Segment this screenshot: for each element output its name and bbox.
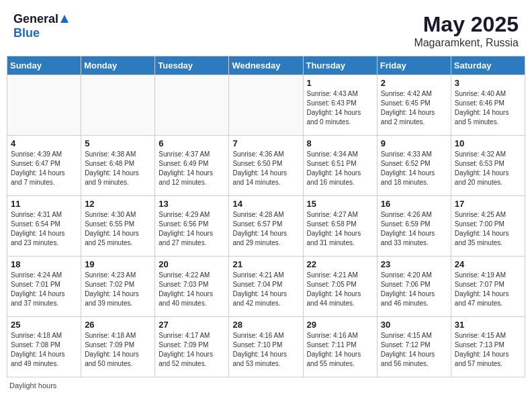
calendar-cell: 21Sunrise: 4:21 AM Sunset: 7:04 PM Dayli… <box>229 257 303 317</box>
day-number: 26 <box>85 320 151 330</box>
day-number: 4 <box>11 138 77 148</box>
day-number: 17 <box>455 199 521 209</box>
calendar-cell: 20Sunrise: 4:22 AM Sunset: 7:03 PM Dayli… <box>155 257 229 317</box>
day-info: Sunrise: 4:15 AM Sunset: 7:12 PM Dayligh… <box>381 331 447 369</box>
calendar-weekday-header: Saturday <box>451 56 525 75</box>
calendar-cell: 2Sunrise: 4:42 AM Sunset: 6:45 PM Daylig… <box>377 75 451 136</box>
calendar-weekday-header: Monday <box>81 56 155 75</box>
calendar-cell: 19Sunrise: 4:23 AM Sunset: 7:02 PM Dayli… <box>81 257 155 317</box>
calendar-weekday-header: Sunday <box>7 56 81 75</box>
day-info: Sunrise: 4:40 AM Sunset: 6:46 PM Dayligh… <box>455 89 521 127</box>
calendar-cell: 14Sunrise: 4:28 AM Sunset: 6:57 PM Dayli… <box>229 196 303 257</box>
calendar-week-row: 4Sunrise: 4:39 AM Sunset: 6:47 PM Daylig… <box>7 136 525 196</box>
calendar-cell: 25Sunrise: 4:18 AM Sunset: 7:08 PM Dayli… <box>7 317 81 377</box>
calendar-weekday-header: Tuesday <box>155 56 229 75</box>
day-number: 21 <box>232 259 299 269</box>
day-info: Sunrise: 4:30 AM Sunset: 6:55 PM Dayligh… <box>85 210 151 248</box>
calendar-cell: 18Sunrise: 4:24 AM Sunset: 7:01 PM Dayli… <box>7 257 81 317</box>
day-info: Sunrise: 4:17 AM Sunset: 7:09 PM Dayligh… <box>159 331 225 369</box>
day-number: 16 <box>381 199 447 209</box>
calendar-cell: 23Sunrise: 4:20 AM Sunset: 7:06 PM Dayli… <box>377 257 451 317</box>
calendar-weekday-header: Thursday <box>303 56 377 75</box>
calendar-cell <box>229 75 303 136</box>
svg-marker-0 <box>60 15 69 23</box>
day-info: Sunrise: 4:39 AM Sunset: 6:47 PM Dayligh… <box>11 150 77 187</box>
calendar-cell: 28Sunrise: 4:16 AM Sunset: 7:10 PM Dayli… <box>229 317 303 377</box>
day-info: Sunrise: 4:15 AM Sunset: 7:13 PM Dayligh… <box>455 331 521 369</box>
day-info: Sunrise: 4:31 AM Sunset: 6:54 PM Dayligh… <box>11 210 77 248</box>
day-number: 24 <box>455 259 521 269</box>
calendar-cell: 6Sunrise: 4:37 AM Sunset: 6:49 PM Daylig… <box>155 136 229 196</box>
calendar-cell: 29Sunrise: 4:16 AM Sunset: 7:11 PM Dayli… <box>303 317 377 377</box>
day-number: 30 <box>381 320 447 330</box>
calendar-cell: 5Sunrise: 4:38 AM Sunset: 6:48 PM Daylig… <box>81 136 155 196</box>
logo-blue-text: Blue <box>13 26 40 40</box>
calendar-cell: 26Sunrise: 4:18 AM Sunset: 7:09 PM Dayli… <box>81 317 155 377</box>
day-number: 27 <box>159 320 225 330</box>
title-area: May 2025 Magaramkent, Russia <box>414 12 519 49</box>
day-number: 10 <box>455 138 521 148</box>
day-info: Sunrise: 4:27 AM Sunset: 6:58 PM Dayligh… <box>307 210 373 248</box>
calendar-cell: 24Sunrise: 4:19 AM Sunset: 7:07 PM Dayli… <box>451 257 525 317</box>
logo: General Blue <box>13 12 69 40</box>
day-number: 13 <box>159 199 225 209</box>
day-number: 19 <box>85 259 151 269</box>
day-info: Sunrise: 4:21 AM Sunset: 7:05 PM Dayligh… <box>307 271 373 308</box>
logo-triangle-icon <box>60 14 69 24</box>
calendar-cell: 1Sunrise: 4:43 AM Sunset: 6:43 PM Daylig… <box>303 75 377 136</box>
day-number: 12 <box>85 199 151 209</box>
day-info: Sunrise: 4:23 AM Sunset: 7:02 PM Dayligh… <box>85 271 151 308</box>
day-info: Sunrise: 4:26 AM Sunset: 6:59 PM Dayligh… <box>381 210 447 248</box>
day-info: Sunrise: 4:33 AM Sunset: 6:52 PM Dayligh… <box>381 150 447 187</box>
day-info: Sunrise: 4:21 AM Sunset: 7:04 PM Dayligh… <box>232 271 299 308</box>
day-info: Sunrise: 4:34 AM Sunset: 6:51 PM Dayligh… <box>307 150 373 187</box>
day-number: 9 <box>381 138 447 148</box>
calendar-cell: 7Sunrise: 4:36 AM Sunset: 6:50 PM Daylig… <box>229 136 303 196</box>
day-number: 22 <box>307 259 373 269</box>
day-number: 23 <box>381 259 447 269</box>
calendar-cell <box>81 75 155 136</box>
calendar-cell: 9Sunrise: 4:33 AM Sunset: 6:52 PM Daylig… <box>377 136 451 196</box>
day-info: Sunrise: 4:18 AM Sunset: 7:09 PM Dayligh… <box>85 331 151 369</box>
day-info: Sunrise: 4:16 AM Sunset: 7:11 PM Dayligh… <box>307 331 373 369</box>
day-number: 18 <box>11 259 77 269</box>
calendar-cell: 4Sunrise: 4:39 AM Sunset: 6:47 PM Daylig… <box>7 136 81 196</box>
header-area: General Blue May 2025 Magaramkent, Russi… <box>7 7 525 53</box>
day-info: Sunrise: 4:43 AM Sunset: 6:43 PM Dayligh… <box>307 89 373 127</box>
day-info: Sunrise: 4:38 AM Sunset: 6:48 PM Dayligh… <box>85 150 151 187</box>
day-info: Sunrise: 4:24 AM Sunset: 7:01 PM Dayligh… <box>11 271 77 308</box>
calendar-cell: 15Sunrise: 4:27 AM Sunset: 6:58 PM Dayli… <box>303 196 377 257</box>
calendar-cell: 12Sunrise: 4:30 AM Sunset: 6:55 PM Dayli… <box>81 196 155 257</box>
calendar-cell: 3Sunrise: 4:40 AM Sunset: 6:46 PM Daylig… <box>451 75 525 136</box>
calendar-cell <box>155 75 229 136</box>
day-info: Sunrise: 4:19 AM Sunset: 7:07 PM Dayligh… <box>455 271 521 308</box>
calendar-header-row: SundayMondayTuesdayWednesdayThursdayFrid… <box>7 56 525 75</box>
day-info: Sunrise: 4:37 AM Sunset: 6:49 PM Dayligh… <box>159 150 225 187</box>
day-info: Sunrise: 4:22 AM Sunset: 7:03 PM Dayligh… <box>159 271 225 308</box>
calendar-week-row: 25Sunrise: 4:18 AM Sunset: 7:08 PM Dayli… <box>7 317 525 377</box>
logo-general-text: General <box>13 12 58 26</box>
title-month: May 2025 <box>414 12 519 37</box>
calendar-weekday-header: Wednesday <box>229 56 303 75</box>
day-number: 29 <box>307 320 373 330</box>
calendar-week-row: 11Sunrise: 4:31 AM Sunset: 6:54 PM Dayli… <box>7 196 525 257</box>
day-info: Sunrise: 4:16 AM Sunset: 7:10 PM Dayligh… <box>232 331 299 369</box>
day-info: Sunrise: 4:18 AM Sunset: 7:08 PM Dayligh… <box>11 331 77 369</box>
day-number: 2 <box>381 78 447 88</box>
calendar-cell: 8Sunrise: 4:34 AM Sunset: 6:51 PM Daylig… <box>303 136 377 196</box>
day-number: 14 <box>232 199 299 209</box>
calendar-cell: 27Sunrise: 4:17 AM Sunset: 7:09 PM Dayli… <box>155 317 229 377</box>
day-info: Sunrise: 4:25 AM Sunset: 7:00 PM Dayligh… <box>455 210 521 248</box>
calendar-cell: 22Sunrise: 4:21 AM Sunset: 7:05 PM Dayli… <box>303 257 377 317</box>
day-number: 20 <box>159 259 225 269</box>
day-number: 1 <box>307 78 373 88</box>
calendar-table: SundayMondayTuesdayWednesdayThursdayFrid… <box>7 56 525 377</box>
calendar-cell: 30Sunrise: 4:15 AM Sunset: 7:12 PM Dayli… <box>377 317 451 377</box>
day-info: Sunrise: 4:36 AM Sunset: 6:50 PM Dayligh… <box>232 150 299 187</box>
calendar-cell <box>7 75 81 136</box>
day-number: 6 <box>159 138 225 148</box>
day-number: 8 <box>307 138 373 148</box>
day-info: Sunrise: 4:29 AM Sunset: 6:56 PM Dayligh… <box>159 210 225 248</box>
day-number: 3 <box>455 78 521 88</box>
day-info: Sunrise: 4:32 AM Sunset: 6:53 PM Dayligh… <box>455 150 521 187</box>
